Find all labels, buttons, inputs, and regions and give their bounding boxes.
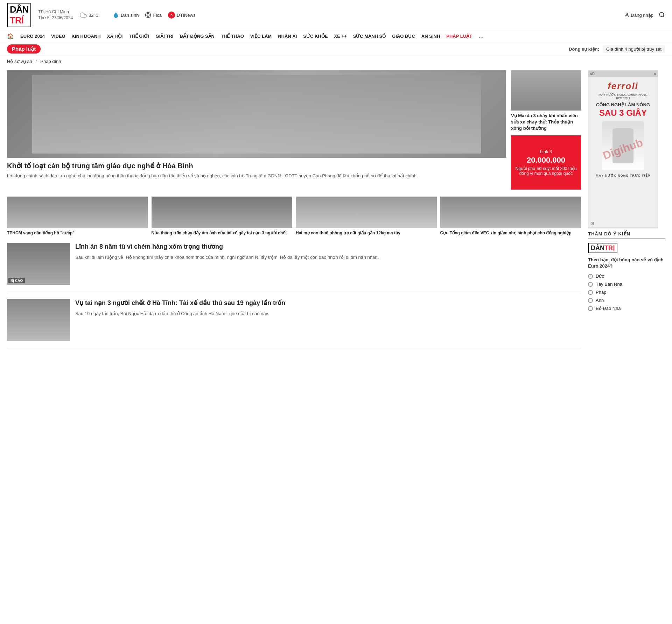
poll-radio-1[interactable] bbox=[588, 274, 593, 279]
nav-giaitri[interactable]: GIẢI TRÍ bbox=[156, 34, 174, 39]
grid-article-3[interactable]: Hai mẹ con thuê phòng trọ cất giấu gần 1… bbox=[296, 197, 437, 236]
nav-suckhoe[interactable]: SỨC KHỎE bbox=[303, 34, 328, 39]
user-icon bbox=[624, 12, 630, 18]
poll-radio-4[interactable] bbox=[588, 298, 593, 303]
bị-cáo-tag: BỊ CÁO bbox=[8, 278, 25, 283]
promo-box[interactable]: Link 3 20.000.000 Người phụ nữ suýt mất … bbox=[511, 135, 581, 190]
fica-link[interactable]: Fica bbox=[145, 12, 162, 18]
location-info: TP. Hồ Chí Minh Thứ 5, 27/06/2024 bbox=[38, 9, 73, 21]
poll-title: THĂM DÒ Ý KIẾN bbox=[588, 231, 665, 239]
ad-brand-name: ferroli bbox=[592, 81, 654, 92]
promo-amount: 20.000.000 bbox=[527, 156, 565, 165]
nav-ansinh[interactable]: AN SINH bbox=[421, 34, 440, 39]
breadcrumb-item-2[interactable]: Pháp đình bbox=[40, 59, 61, 64]
grid-article-3-title: Hai mẹ con thuê phòng trọ cất giấu gần 1… bbox=[296, 230, 437, 236]
featured-main-image bbox=[7, 70, 506, 158]
nav-sucmanhso[interactable]: SỨC MẠNH SỐ bbox=[353, 34, 386, 39]
grid-article-2-title: Nửa tháng trốn chạy đầy ám ảnh của tài x… bbox=[152, 230, 293, 236]
poll-logo: DÂNTRỊ bbox=[588, 243, 617, 253]
nav-home[interactable]: 🏠 bbox=[7, 33, 14, 40]
nav-more-button[interactable]: ... bbox=[478, 33, 484, 40]
section-tag[interactable]: Pháp luật bbox=[7, 44, 41, 54]
date-label: Thứ 5, 27/06/2024 bbox=[38, 15, 73, 21]
poll-option-4[interactable]: Anh bbox=[588, 298, 665, 303]
list-article-2-content: Vụ tai nạn 3 người chết ở Hà Tĩnh: Tài x… bbox=[75, 299, 581, 341]
nav-xeplusplus[interactable]: XE ++ bbox=[334, 34, 347, 39]
dtinews-link[interactable]: D DTINews bbox=[168, 12, 195, 19]
ad-headline-text: CÔNG NGHỆ LÀM NÓNG bbox=[592, 102, 654, 107]
list-article-1-desc: Sau khi đi làm ruộng về, Hồ không tìm th… bbox=[75, 254, 581, 261]
nav-batdongsan[interactable]: BẤT ĐỘNG SẢN bbox=[180, 34, 215, 39]
poll-radio-2[interactable] bbox=[588, 282, 593, 287]
ad-tagline-text: MÁY NƯỚC NÓNG CHÍNH HÃNG FERROLI bbox=[592, 93, 654, 100]
search-icon bbox=[659, 12, 665, 18]
grid-article-4-image bbox=[440, 197, 581, 228]
nav-phapluat[interactable]: PHÁP LUẬT bbox=[446, 34, 472, 39]
poll-option-2[interactable]: Tây Ban Nha bbox=[588, 282, 665, 287]
poll-radio-5[interactable] bbox=[588, 306, 593, 311]
site-header: DÂNTRÍ TP. Hồ Chí Minh Thứ 5, 27/06/2024… bbox=[0, 0, 672, 30]
list-articles: BỊ CÁO Lĩnh án 8 năm tù vì chém hàng xóm… bbox=[7, 243, 581, 348]
ad-header: AD ✕ bbox=[588, 71, 658, 77]
list-article-1-content: Lĩnh án 8 năm tù vì chém hàng xóm trọng … bbox=[75, 243, 581, 285]
dansinh-link[interactable]: Dân sinh bbox=[113, 12, 139, 18]
poll-option-label-5: Bồ Đào Nha bbox=[596, 306, 621, 311]
list-article-2-image bbox=[7, 299, 70, 341]
breadcrumb: Hồ sơ vụ án / Pháp đình bbox=[0, 56, 672, 67]
poll-option-3[interactable]: Pháp bbox=[588, 290, 665, 295]
svg-line-4 bbox=[663, 16, 664, 17]
main-content: Khởi tố loạt cán bộ trung tâm giáo dục n… bbox=[0, 67, 672, 359]
nav-nhanai[interactable]: NHÂN ÁI bbox=[278, 34, 297, 39]
nav-thegioi[interactable]: THẾ GIỚI bbox=[129, 34, 149, 39]
temperature-label: 32°C bbox=[89, 13, 99, 18]
nav-xahoi[interactable]: XÃ HỘI bbox=[107, 34, 123, 39]
grid-article-3-image bbox=[296, 197, 437, 228]
site-logo[interactable]: DÂNTRÍ bbox=[7, 3, 31, 27]
nav-euro2024[interactable]: EURO 2024 bbox=[20, 34, 45, 39]
nav-giaoduc[interactable]: GIÁO DỤC bbox=[392, 34, 415, 39]
side-article-1[interactable]: Vụ Mazda 3 cháy khi nhân viên sửa xe chạ… bbox=[511, 70, 581, 132]
featured-side: Vụ Mazda 3 cháy khi nhân viên sửa xe chạ… bbox=[511, 70, 581, 190]
poll-question: Theo bạn, đội bóng nào sẽ vô địch Euro 2… bbox=[588, 257, 665, 269]
featured-main-article[interactable]: Khởi tố loạt cán bộ trung tâm giáo dục n… bbox=[7, 70, 506, 190]
poll-option-1[interactable]: Đức bbox=[588, 274, 665, 279]
list-article-1[interactable]: BỊ CÁO Lĩnh án 8 năm tù vì chém hàng xóm… bbox=[7, 243, 581, 292]
city-label: TP. Hồ Chí Minh bbox=[38, 9, 73, 15]
grid-article-2[interactable]: Nửa tháng trốn chạy đầy ám ảnh của tài x… bbox=[152, 197, 293, 236]
nav-thethao[interactable]: THỂ THAO bbox=[221, 34, 244, 39]
nav-video[interactable]: VIDEO bbox=[51, 34, 65, 39]
breadcrumb-separator: / bbox=[36, 59, 37, 64]
ad-live-label: MÁY NƯỚC NÓNG TRỰC TIẾP bbox=[592, 174, 654, 177]
svg-point-3 bbox=[659, 12, 664, 16]
grid-article-1-title: TPHCM vang dân tiếng hô "cướp" bbox=[7, 230, 148, 236]
nav-vieclam[interactable]: VIỆC LÀM bbox=[250, 34, 272, 39]
poll-option-label-4: Anh bbox=[596, 298, 604, 303]
cloud-icon bbox=[80, 12, 87, 19]
poll-option-5[interactable]: Bồ Đào Nha bbox=[588, 306, 665, 311]
list-article-1-title: Lĩnh án 8 năm tù vì chém hàng xóm trọng … bbox=[75, 243, 581, 251]
list-article-2[interactable]: Vụ tai nạn 3 người chết ở Hà Tĩnh: Tài x… bbox=[7, 299, 581, 348]
dti-icon: D bbox=[168, 12, 175, 19]
search-button[interactable] bbox=[659, 12, 665, 19]
breadcrumb-item-1[interactable]: Hồ sơ vụ án bbox=[7, 59, 32, 64]
svg-point-2 bbox=[626, 13, 628, 15]
poll-option-label-3: Pháp bbox=[596, 290, 606, 295]
grid-article-4[interactable]: Cựu Tổng giám đốc VEC xin giảm nhẹ hình … bbox=[440, 197, 581, 236]
breaking-news: Dòng sự kiện: Gia đình 4 người bị truy s… bbox=[569, 45, 665, 53]
grid-article-4-title: Cựu Tổng giám đốc VEC xin giảm nhẹ hình … bbox=[440, 230, 581, 236]
poll-section: THĂM DÒ Ý KIẾN DÂNTRỊ Theo bạn, đội bóng… bbox=[588, 231, 665, 311]
poll-radio-3[interactable] bbox=[588, 290, 593, 295]
grid-article-2-image bbox=[152, 197, 293, 228]
poll-option-label-2: Tây Ban Nha bbox=[596, 282, 622, 287]
side-article-1-title: Vụ Mazda 3 cháy khi nhân viên sửa xe chạ… bbox=[511, 113, 581, 132]
nav-kinhdoanh[interactable]: KINH DOANH bbox=[72, 34, 101, 39]
ad-content: ferroli MÁY NƯỚC NÓNG CHÍNH HÃNG FERROLI… bbox=[588, 77, 658, 181]
login-button[interactable]: Đăng nhập bbox=[624, 12, 653, 18]
header-right: Đăng nhập bbox=[624, 12, 665, 19]
ad-product-image bbox=[602, 121, 644, 170]
header-links: Dân sinh Fica D DTINews bbox=[113, 12, 195, 19]
grid-articles: TPHCM vang dân tiếng hô "cướp" Nửa tháng… bbox=[7, 197, 581, 236]
grid-article-1[interactable]: TPHCM vang dân tiếng hô "cướp" bbox=[7, 197, 148, 236]
ad-di-label: DI bbox=[590, 222, 594, 226]
section-header: Pháp luật Dòng sự kiện: Gia đình 4 người… bbox=[0, 42, 672, 56]
